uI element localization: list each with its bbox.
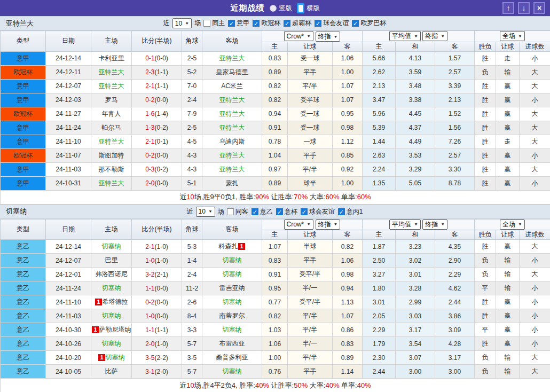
result-goals-cell: 大 <box>520 121 550 135</box>
vertical-layout-radio-label[interactable]: 竖版 <box>279 4 292 13</box>
filter-checkbox-label-3[interactable]: 超霸杯 <box>292 19 311 28</box>
titlebar: 近期战绩 竖版 横版 ↑ ↓ × <box>0 0 550 16</box>
odds-home-cell: 0.82 <box>262 79 288 93</box>
match-count-select[interactable]: 10▼ <box>172 18 192 28</box>
crow-select[interactable]: Crow*▼ <box>284 31 314 41</box>
filter-checkbox-label-1[interactable]: 意乙 <box>260 207 273 216</box>
away-team-name: 科森扎 <box>218 242 238 250</box>
match-count-select-value: 10 <box>199 208 206 215</box>
home-team-cell: 切塞纳 <box>91 240 132 254</box>
filter-checkbox-0[interactable] <box>227 208 234 215</box>
filter-checkbox-label-2[interactable]: 欧冠杯 <box>261 19 280 28</box>
col-header: 日期 <box>46 219 91 240</box>
league-cell: 意乙 <box>1 281 46 295</box>
league-cell: 欧冠杯 <box>1 148 46 162</box>
filter-checkbox-3[interactable]: ✓ <box>284 20 290 27</box>
filter-checkbox-4[interactable]: ✓ <box>315 20 321 27</box>
crow-select[interactable]: Crow*▼ <box>284 219 314 230</box>
scroll-down-button[interactable]: ↓ <box>518 2 530 14</box>
filter-checkbox-label-3[interactable]: 球会友谊 <box>309 207 335 216</box>
result-goals-cell: 大 <box>520 65 550 79</box>
full-time-score: 1-3 <box>145 124 154 131</box>
home-team-cell: 切塞纳 <box>91 337 132 351</box>
full-time-score: 2-1 <box>145 82 154 90</box>
sub-col-header: 进球数 <box>520 42 550 51</box>
final-odds-select[interactable]: 终指▼ <box>316 32 341 42</box>
filter-checkbox-label-0[interactable]: 同客 <box>235 207 248 216</box>
full-time-score: 3-5 <box>145 354 154 362</box>
horizontal-layout-radio[interactable] <box>297 3 304 13</box>
average-select[interactable]: 平均值▼ <box>389 219 421 230</box>
result-wdl-cell: 胜 <box>475 135 496 148</box>
full-match-select[interactable]: 全场▼ <box>500 219 525 230</box>
odds-handicap-cell: 半/一 <box>288 281 333 295</box>
match-row: 意乙24-10-201切塞纳3-5(2-2)3-5桑普多利亚1.00平/半0.8… <box>1 351 550 365</box>
filter-checkbox-label-2[interactable]: 意杯 <box>285 207 297 216</box>
filter-checkbox-label-1[interactable]: 意甲 <box>237 19 249 28</box>
summary-stat-label: 单率: <box>339 193 357 201</box>
filter-checkbox-label-0[interactable]: 同主 <box>212 19 225 28</box>
avg-away-cell: 3.00 <box>435 365 475 379</box>
home-team-cell: 1切塞纳 <box>91 351 132 365</box>
average-select[interactable]: 平均值▼ <box>389 31 421 41</box>
filter-checkbox-label-5[interactable]: 欧罗巴杯 <box>360 19 386 28</box>
scroll-up-button[interactable]: ↑ <box>502 2 514 14</box>
full-time-score: 3-1 <box>145 368 154 375</box>
filter-checkbox-4[interactable]: ✓ <box>338 208 345 215</box>
odds-away-cell: 1.07 <box>333 93 363 107</box>
filter-checkbox-label-4[interactable]: 球会友谊 <box>323 19 349 28</box>
sub-col-header: 客 <box>333 230 363 240</box>
filter-checkbox-1[interactable]: ✓ <box>228 20 235 27</box>
final-odds-select-2[interactable]: 终指▼ <box>422 31 447 41</box>
away-team-cell: 亚特兰大 <box>202 93 262 107</box>
filter-checkbox-2[interactable]: ✓ <box>276 208 283 215</box>
away-team-cell: 雷吉亚纳 <box>202 281 262 295</box>
filter-checkbox-0[interactable] <box>203 20 210 27</box>
odds-home-cell: 1.03 <box>262 323 288 337</box>
sub-col-header: 让球 <box>288 230 333 240</box>
filter-checkbox-1[interactable]: ✓ <box>252 208 258 215</box>
full-match-select[interactable]: 全场▼ <box>500 31 525 41</box>
avg-home-cell: 2.13 <box>363 79 396 93</box>
avg-away-cell: 2.13 <box>435 93 475 107</box>
avg-away-cell: 3.39 <box>435 79 475 93</box>
team-filter-bar: 切塞纳近10▼场同客✓意乙✓意杯✓球会友谊✓意丙1 <box>0 205 550 219</box>
result-goals-cell: 小 <box>520 323 550 337</box>
horizontal-layout-radio-label[interactable]: 横版 <box>307 4 320 13</box>
full-time-score: 1-6 <box>145 110 154 117</box>
result-handicap-cell: 走 <box>496 51 520 65</box>
result-handicap-cell: 输 <box>496 268 520 281</box>
half-time-score: (1-1) <box>155 326 168 334</box>
away-team-cell: 亚特兰大 <box>202 51 262 65</box>
home-team-name: 切塞纳 <box>102 284 121 292</box>
final-odds-select-2[interactable]: 终指▼ <box>422 219 447 230</box>
col-header: 比分(半场) <box>132 219 182 240</box>
vertical-layout-radio[interactable] <box>270 5 277 12</box>
avg-home-cell: 2.30 <box>363 351 396 365</box>
odds-home-cell: 1.07 <box>262 240 288 254</box>
close-button[interactable]: × <box>533 2 545 14</box>
sub-col-header: 主 <box>262 42 288 51</box>
match-row: 意甲24-11-24帕尔马1-3(0-2)2-5亚特兰大0.91受一球0.985… <box>1 121 550 135</box>
match-row: 意乙24-10-301萨勒尼塔纳1-1(1-1)3-3切塞纳1.03平/半0.8… <box>1 323 550 337</box>
odds-away-cell: 1.07 <box>333 79 363 93</box>
filter-checkbox-5[interactable]: ✓ <box>352 20 359 27</box>
odds-away-cell: 0.85 <box>333 148 363 162</box>
summary-row: 近10场,胜4平2负4, 胜率:40% 让胜率:50% 大率:40% 单率:40… <box>1 379 550 392</box>
odds-away-cell: 0.95 <box>333 107 363 121</box>
away-team-cell: 亚特兰大 <box>202 148 262 162</box>
home-team: 那不勒斯 <box>99 166 124 173</box>
filter-checkbox-2[interactable]: ✓ <box>253 20 260 27</box>
final-odds-select[interactable]: 终指▼ <box>316 219 341 230</box>
half-time-score: (0-0) <box>155 96 168 104</box>
result-wdl-cell: 平 <box>475 281 496 295</box>
avg-home-cell: 2.44 <box>363 365 396 379</box>
filter-checkbox-label-4[interactable]: 意丙1 <box>347 207 363 216</box>
away-team-cell: 亚特兰大 <box>202 121 262 135</box>
match-count-select[interactable]: 10▼ <box>196 207 215 217</box>
filter-checkbox-3[interactable]: ✓ <box>301 208 308 215</box>
avg-draw-cell: 2.99 <box>396 295 435 309</box>
home-team-cell: 比萨 <box>91 365 132 379</box>
unit-label: 场 <box>218 207 224 216</box>
team-filter-bar: 亚特兰大近10▼场同主✓意甲✓欧冠杯✓超霸杯✓球会友谊✓欧罗巴杯 <box>0 16 550 30</box>
